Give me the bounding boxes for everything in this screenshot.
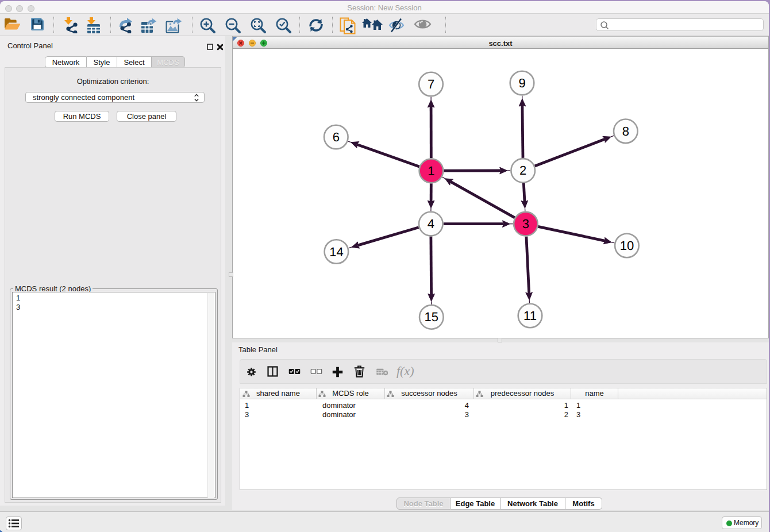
svg-text:9: 9 [518,76,525,90]
svg-text:8: 8 [622,124,629,138]
svg-text:1: 1 [428,164,434,178]
svg-text:6: 6 [333,130,340,144]
svg-text:14: 14 [329,245,343,259]
svg-text:11: 11 [523,309,537,323]
svg-text:3: 3 [522,217,529,231]
svg-text:4: 4 [428,217,434,231]
svg-text:10: 10 [620,238,634,253]
svg-text:2: 2 [519,163,526,178]
svg-text:7: 7 [428,77,434,91]
svg-text:15: 15 [425,310,438,324]
